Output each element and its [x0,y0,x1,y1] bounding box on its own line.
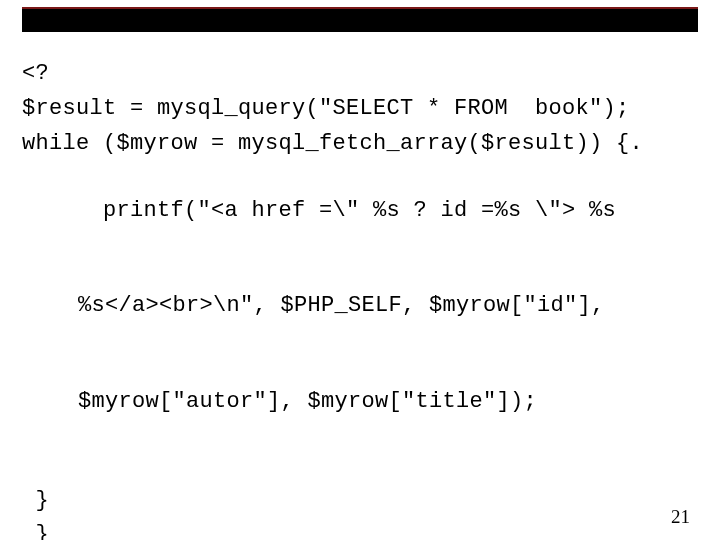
slide-body: <? $result = mysql_query("SELECT * FROM … [22,58,698,540]
code-line-1: <? [22,58,698,90]
code-line-4: printf("<a href =\" %s ? id =%s \"> %s %… [22,163,698,482]
code-line-4b: %s</a><br>\n", $PHP_SELF, $myrow["id"], [22,290,698,322]
title-bar [22,9,698,32]
code-line-2: $result = mysql_query("SELECT * FROM boo… [22,93,698,125]
code-line-5: } [22,485,698,517]
code-line-4c: $myrow["autor"], $myrow["title"]); [22,386,698,418]
page-number: 21 [671,506,690,528]
code-line-6: } [22,519,698,540]
slide: <? $result = mysql_query("SELECT * FROM … [0,0,720,540]
code-line-3: while ($myrow = mysql_fetch_array($resul… [22,128,698,160]
code-line-4a: printf("<a href =\" %s ? id =%s \"> %s [103,198,616,223]
